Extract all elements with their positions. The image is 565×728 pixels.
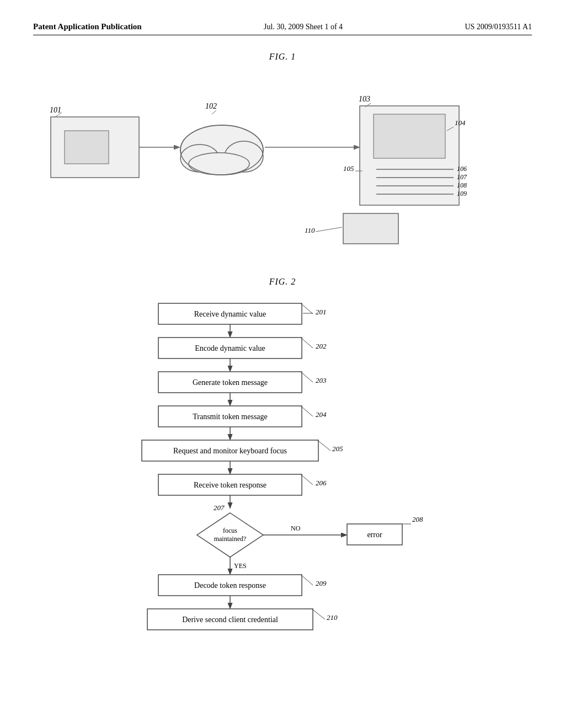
svg-line-28 — [317, 440, 331, 451]
fig2-num-205: 205 — [332, 445, 343, 453]
fig2-label-203: Generate token message — [193, 378, 268, 387]
svg-line-22 — [301, 338, 313, 348]
fig2-num-204: 204 — [316, 410, 327, 419]
fig2-yes-label: YES — [234, 562, 247, 570]
fig1-label-110: 110 — [305, 226, 315, 234]
fig2-label-204: Transmit token message — [193, 413, 268, 421]
fig1-svg: 101 102 103 104 — [34, 73, 531, 249]
fig2-title: FIG. 2 — [33, 277, 532, 287]
svg-line-37 — [312, 609, 325, 619]
svg-line-24 — [301, 372, 313, 382]
fig2-diamond-text2: maintained? — [214, 535, 247, 543]
svg-rect-0 — [65, 131, 109, 164]
fig2-label-209: Decode token response — [194, 581, 266, 590]
header-date-sheet: Jul. 30, 2009 Sheet 1 of 4 — [264, 23, 343, 31]
header-publication-label: Patent Application Publication — [33, 22, 142, 31]
fig2-label-208: error — [367, 531, 382, 539]
fig2-num-202: 202 — [316, 342, 327, 350]
fig2-label-202: Encode dynamic value — [195, 344, 265, 352]
svg-line-26 — [301, 406, 313, 416]
svg-line-30 — [301, 474, 313, 485]
fig2-num-209: 209 — [316, 579, 327, 587]
fig2-num-201: 201 — [316, 308, 327, 316]
fig2-diamond-text1: focus — [223, 527, 237, 534]
header-patent-number: US 2009/0193511 A1 — [465, 23, 532, 31]
svg-point-5 — [189, 153, 249, 175]
fig2-label-205: Request and monitor keyboard focus — [173, 447, 287, 455]
svg-line-7 — [212, 110, 216, 114]
fig2-num-203: 203 — [316, 376, 327, 384]
fig2-label-210: Derive second client credential — [182, 615, 278, 624]
svg-line-16 — [316, 227, 342, 232]
fig2-num-210: 210 — [327, 613, 338, 622]
fig1-label-107: 107 — [457, 173, 467, 181]
fig1-title: FIG. 1 — [33, 52, 532, 62]
fig2-label-201: Receive dynamic value — [194, 310, 266, 318]
page: Patent Application Publication Jul. 30, … — [0, 0, 565, 728]
fig1-label-101: 101 — [50, 106, 61, 114]
fig2-num-208: 208 — [412, 515, 423, 523]
fig1-label-106: 106 — [457, 165, 467, 173]
svg-line-35 — [301, 575, 313, 585]
header: Patent Application Publication Jul. 30, … — [33, 22, 532, 35]
fig2-num-207: 207 — [214, 504, 225, 512]
fig2-label-206: Receive token response — [194, 481, 266, 489]
fig1-label-102: 102 — [205, 102, 217, 110]
fig1-label-109: 109 — [457, 190, 467, 197]
svg-line-20 — [301, 303, 313, 314]
fig1-label-103: 103 — [359, 95, 370, 103]
fig1-diagram: 101 102 103 104 — [33, 73, 532, 260]
svg-rect-8 — [374, 114, 445, 158]
fig2-no-label: NO — [291, 524, 301, 532]
fig1-label-104: 104 — [455, 119, 466, 127]
fig1-box-110 — [343, 213, 398, 244]
fig1-label-108: 108 — [457, 181, 467, 189]
fig2-svg: Receive dynamic value 201 Encode dynamic… — [76, 298, 489, 684]
fig1-label-105: 105 — [343, 164, 354, 173]
fig1-cloud-102 — [180, 125, 263, 175]
fig2-num-206: 206 — [316, 479, 327, 487]
fig2-diagram: Receive dynamic value 201 Encode dynamic… — [33, 298, 532, 684]
